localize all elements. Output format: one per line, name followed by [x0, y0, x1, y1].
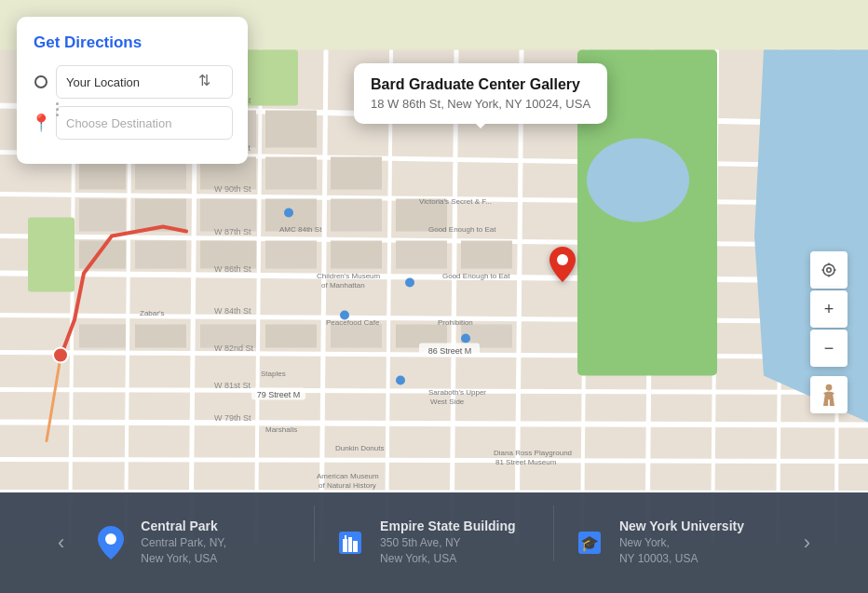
svg-point-91	[557, 254, 568, 265]
central-park-text: Central Park Central Park, NY, New York,…	[141, 519, 226, 567]
origin-icon	[34, 74, 48, 89]
svg-text:Staples: Staples	[261, 370, 286, 378]
svg-text:W 81st St: W 81st St	[214, 381, 251, 390]
svg-text:W 82nd St: W 82nd St	[214, 344, 254, 353]
nyu-name: New York University	[619, 519, 744, 533]
central-park-name: Central Park	[141, 519, 226, 533]
svg-rect-97	[343, 539, 347, 552]
svg-rect-100	[345, 535, 346, 539]
svg-text:Good Enough to Eat: Good Enough to Eat	[428, 225, 496, 234]
svg-point-92	[827, 268, 832, 273]
svg-text:Good Enough to Eat: Good Enough to Eat	[442, 272, 510, 280]
svg-text:Victoria's Secret & F...: Victoria's Secret & F...	[419, 197, 492, 206]
directions-title: Get Directions	[34, 34, 231, 52]
svg-point-26	[587, 139, 689, 222]
route-connector	[56, 102, 59, 116]
svg-rect-98	[348, 537, 352, 552]
svg-text:86 Street M: 86 Street M	[428, 346, 472, 356]
swap-directions-button[interactable]: ⇅	[195, 68, 214, 93]
empire-state-text: Empire State Building 350 5th Ave, NY Ne…	[380, 519, 515, 567]
my-location-button[interactable]	[810, 251, 848, 289]
svg-rect-28	[28, 218, 75, 292]
svg-rect-47	[265, 241, 317, 269]
empire-state-icon	[333, 526, 367, 559]
location-tooltip: Bard Graduate Center Gallery 18 W 86th S…	[354, 63, 607, 124]
svg-rect-49	[396, 241, 447, 269]
svg-text:W 79th St: W 79th St	[214, 413, 251, 423]
svg-rect-52	[135, 325, 186, 348]
svg-rect-37	[331, 157, 382, 190]
svg-rect-48	[331, 241, 382, 269]
svg-point-93	[823, 264, 834, 276]
svg-rect-45	[135, 241, 186, 269]
central-park-address: Central Park, NY, New York, USA	[141, 535, 226, 567]
svg-point-70	[461, 334, 470, 344]
central-park-icon	[94, 526, 128, 559]
svg-text:Dunkin Donuts: Dunkin Donuts	[335, 444, 384, 452]
suggestions-next-button[interactable]: ›	[793, 531, 821, 555]
svg-line-10	[0, 460, 868, 462]
destination-pin	[549, 247, 576, 286]
map-controls: + −	[810, 251, 848, 413]
svg-text:🎓: 🎓	[580, 534, 599, 552]
svg-rect-51	[79, 325, 126, 348]
nyu-icon: 🎓	[573, 526, 606, 559]
svg-line-9	[0, 423, 868, 425]
nyu-address: New York, NY 10003, USA	[619, 535, 744, 567]
svg-rect-32	[265, 111, 317, 148]
svg-point-67	[284, 209, 293, 218]
svg-point-71	[396, 376, 405, 385]
svg-text:Prohibition: Prohibition	[438, 318, 473, 327]
svg-text:Marshalls: Marshalls	[265, 425, 297, 434]
map-container[interactable]: W 96th St W 91st St W 90th St W 87th St …	[0, 0, 868, 593]
svg-text:AMC 84th St: AMC 84th St	[279, 225, 322, 234]
tooltip-address: 18 W 86th St, New York, NY 10024, USA	[371, 97, 590, 111]
svg-point-72	[53, 348, 68, 363]
zoom-out-button[interactable]: −	[810, 330, 848, 367]
suggestion-item-nyu[interactable]: 🎓 New York University New York, NY 10003…	[554, 505, 793, 580]
tooltip-name: Bard Graduate Center Gallery	[371, 76, 590, 93]
suggestions-bar: ‹ Central Park Central Park, NY, New Yor…	[0, 492, 868, 593]
nyu-text: New York University New York, NY 10003, …	[619, 519, 744, 567]
svg-rect-55	[331, 325, 382, 348]
svg-text:79 Street M: 79 Street M	[257, 390, 301, 399]
origin-row: ⇅	[34, 65, 231, 99]
svg-point-69	[405, 278, 414, 288]
destination-icon: 📍	[34, 115, 48, 130]
svg-point-95	[105, 533, 116, 545]
route-inputs: ⇅ 📍	[34, 65, 231, 140]
suggestion-item-empire-state[interactable]: Empire State Building 350 5th Ave, NY Ne…	[315, 505, 553, 580]
svg-rect-50	[461, 241, 512, 269]
svg-text:W 87th St: W 87th St	[214, 227, 251, 236]
zoom-in-button[interactable]: +	[810, 290, 848, 328]
svg-rect-36	[265, 157, 317, 190]
destination-row: 📍	[34, 106, 231, 140]
street-view-button[interactable]	[810, 376, 848, 413]
svg-text:Zabar's: Zabar's	[140, 309, 164, 317]
svg-text:Peacefood Cafe: Peacefood Cafe	[326, 318, 380, 327]
svg-point-94	[826, 384, 833, 391]
svg-rect-54	[265, 325, 317, 348]
suggestion-item-central-park[interactable]: Central Park Central Park, NY, New York,…	[75, 505, 314, 580]
empire-state-address: 350 5th Ave, NY New York, USA	[380, 535, 515, 567]
svg-text:W 90th St: W 90th St	[214, 184, 251, 194]
svg-rect-44	[79, 241, 126, 269]
empire-state-name: Empire State Building	[380, 519, 515, 533]
svg-text:W 84th St: W 84th St	[214, 306, 251, 316]
svg-text:American Museumof Natural Hist: American Museumof Natural History	[317, 472, 379, 490]
suggestions-list: Central Park Central Park, NY, New York,…	[75, 505, 792, 580]
svg-rect-99	[353, 541, 358, 552]
suggestions-prev-button[interactable]: ‹	[47, 531, 75, 555]
directions-panel: Get Directions ⇅ 📍	[17, 17, 248, 164]
svg-rect-38	[79, 199, 126, 232]
destination-input[interactable]	[56, 106, 233, 140]
svg-rect-42	[331, 199, 382, 232]
svg-text:W 86th St: W 86th St	[214, 264, 251, 274]
